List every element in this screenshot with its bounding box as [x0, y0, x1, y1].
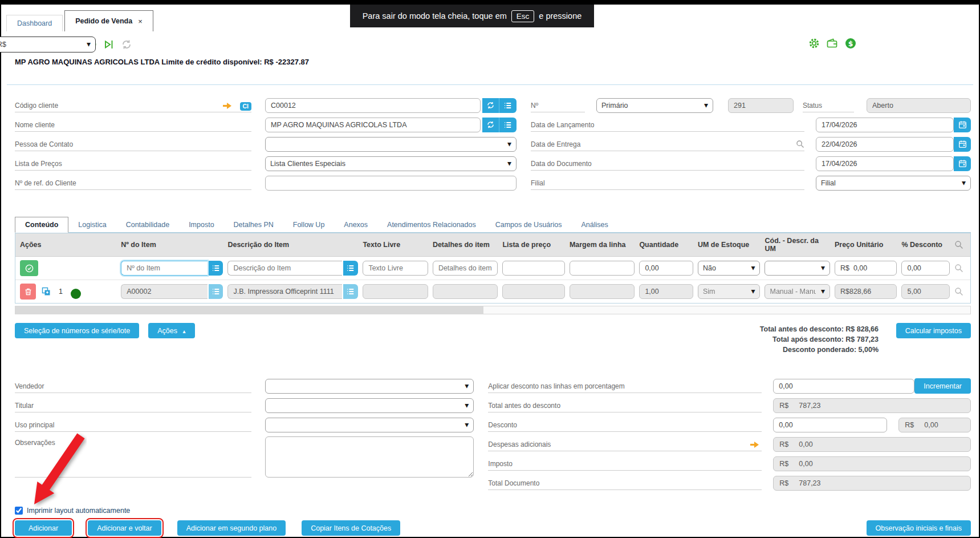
confirm-row-button[interactable]	[20, 260, 38, 276]
row-descricao-list-icon[interactable]	[343, 284, 358, 299]
settings-gear-icon[interactable]	[808, 38, 820, 49]
entry-descricao-list-icon[interactable]	[343, 261, 358, 276]
tab-analises[interactable]: Análises	[571, 217, 617, 232]
numero-tipo-select[interactable]: Primário	[596, 98, 713, 113]
data-documento-input[interactable]	[816, 156, 954, 171]
close-tab-icon[interactable]: ×	[138, 17, 143, 26]
last-record-icon[interactable]	[103, 39, 115, 50]
entry-item-input[interactable]	[121, 261, 208, 276]
items-table: Ações Nº do Item Descrição do Item Texto…	[15, 233, 971, 304]
adicionar-button[interactable]: Adicionar	[15, 520, 72, 536]
pessoa-contato-select[interactable]	[265, 137, 517, 152]
numero-value-field	[728, 98, 794, 113]
lista-precos-select[interactable]: Lista Clientes Especiais	[265, 156, 517, 171]
pessoa-contato-select-wrap	[265, 137, 517, 152]
codigo-cliente-list-icon[interactable]	[499, 98, 517, 113]
ci-badge[interactable]: CI	[240, 102, 252, 111]
entry-um-estoque-select[interactable]: Não	[698, 261, 761, 276]
currency-select[interactable]: R$	[0, 37, 96, 52]
tab-detalhes-pn[interactable]: Detalhes PN	[224, 217, 283, 232]
despesas-link-arrow-icon[interactable]	[750, 441, 759, 448]
refresh-icon[interactable]	[121, 39, 132, 50]
table-horizontal-scrollbar[interactable]	[15, 306, 971, 314]
desconto-ponderado-text: Desconto ponderado: 5,00%	[760, 345, 879, 355]
row-um-estoque-select[interactable]: Sim	[698, 284, 761, 299]
delete-row-button[interactable]	[20, 284, 36, 300]
col-num-item: Nº do Item	[121, 241, 223, 249]
row-actions-cell: 1	[20, 284, 116, 300]
codigo-cliente-input[interactable]	[265, 98, 481, 113]
entry-row-search-icon[interactable]	[954, 264, 966, 273]
data-entrega-calendar-icon[interactable]	[954, 137, 971, 152]
nome-cliente-input[interactable]	[265, 118, 481, 132]
entry-texto-livre-input[interactable]	[363, 261, 428, 276]
duplicate-row-icon[interactable]	[42, 287, 51, 296]
aplicar-desconto-input[interactable]	[773, 379, 914, 394]
row-cod-um-select[interactable]: Manual - Manual	[765, 284, 829, 299]
calcular-impostos-button[interactable]: Calcular impostos	[896, 323, 971, 338]
titular-label: Titular	[15, 402, 34, 410]
desconto-percent-input[interactable]	[773, 418, 887, 432]
entry-preco-input[interactable]	[835, 261, 897, 276]
col-um-estoque: UM de Estoque	[698, 241, 761, 249]
data-entrega-search-icon[interactable]	[796, 140, 804, 148]
orange-link-arrow-icon[interactable]	[222, 102, 232, 110]
data-lancamento-input[interactable]	[816, 118, 954, 132]
nome-cliente-list-icon[interactable]	[499, 118, 517, 132]
footer-form-right: Aplicar desconto nas linhas em porcentag…	[488, 378, 971, 495]
tab-contabilidade[interactable]: Contabilidade	[116, 217, 179, 232]
entry-margem-input[interactable]	[570, 261, 635, 276]
tab-conteudo[interactable]: Conteúdo	[15, 217, 68, 233]
serial-lote-button[interactable]: Seleção de números de série/lote	[15, 323, 139, 338]
total-antes-field: R$ 787,23	[773, 398, 971, 413]
header-form-left: Código cliente CI	[15, 98, 517, 195]
status-label: Status	[803, 102, 822, 110]
print-layout-checkbox[interactable]	[15, 507, 23, 515]
adicionar-e-voltar-button[interactable]: Adicionar e voltar	[88, 520, 161, 536]
observacao-iniciais-finais-button[interactable]: Observação iniciais e finais	[867, 520, 971, 536]
tab-pedido-de-venda[interactable]: Pedido de Venda ×	[64, 10, 153, 31]
wallet-icon[interactable]	[827, 38, 838, 49]
dollar-coin-icon[interactable]: $	[845, 38, 856, 49]
tab-anexos[interactable]: Anexos	[334, 217, 377, 232]
entry-cod-um-select[interactable]	[765, 261, 829, 276]
entry-desconto-input[interactable]	[901, 261, 950, 276]
titular-select[interactable]	[265, 398, 474, 413]
acoes-dropdown-button[interactable]: Ações ▴	[148, 323, 194, 338]
incrementar-button[interactable]: Incrementar	[914, 378, 971, 394]
copiar-itens-cotacoes-button[interactable]: Copiar Itens de Cotações	[302, 520, 400, 536]
tab-logistica[interactable]: Logistica	[68, 217, 116, 232]
tab-atendimentos[interactable]: Atendimentos Relacionados	[377, 217, 486, 232]
tab-imposto[interactable]: Imposto	[179, 217, 223, 232]
scrollbar-thumb[interactable]	[15, 306, 483, 314]
nome-cliente-label-row: Nome cliente	[15, 118, 251, 132]
entry-quantidade-input[interactable]	[639, 261, 693, 276]
data-entrega-label-row: Data de Entrega	[531, 137, 804, 151]
vendedor-select[interactable]	[265, 379, 474, 394]
currency-prefix: R$	[905, 421, 914, 429]
tab-dashboard[interactable]: Dashboard	[6, 15, 63, 31]
data-lancamento-calendar-icon[interactable]	[954, 118, 971, 132]
entry-descricao-input[interactable]	[227, 261, 342, 276]
header-search-icon[interactable]	[954, 240, 966, 249]
row-search-icon[interactable]	[954, 287, 966, 296]
filial-select[interactable]: Filial	[816, 176, 971, 191]
entry-lista-preco-input[interactable]	[502, 261, 565, 276]
aplicar-desconto-label: Aplicar desconto nas linhas em porcentag…	[488, 382, 624, 390]
titular-label-row: Titular	[15, 399, 251, 412]
tab-campos-usuarios[interactable]: Campos de Usuários	[486, 217, 572, 232]
entry-item-list-icon[interactable]	[209, 261, 223, 276]
adicionar-segundo-plano-button[interactable]: Adicionar em segundo plano	[177, 520, 286, 536]
col-lista-preco: Lista de preço	[502, 241, 565, 249]
codigo-cliente-refresh-button[interactable]	[482, 98, 499, 113]
data-entrega-input[interactable]	[816, 137, 954, 152]
data-documento-calendar-icon[interactable]	[954, 156, 971, 171]
tab-follow-up[interactable]: Follow Up	[283, 217, 335, 232]
uso-principal-select[interactable]	[265, 418, 474, 432]
ref-cliente-input[interactable]	[265, 176, 517, 191]
nome-cliente-refresh-button[interactable]	[482, 118, 499, 132]
observacoes-textarea[interactable]	[265, 436, 474, 478]
entry-detalhes-input[interactable]	[433, 261, 498, 276]
row-item-list-icon[interactable]	[209, 284, 223, 299]
observacoes-label: Observações	[15, 439, 55, 447]
